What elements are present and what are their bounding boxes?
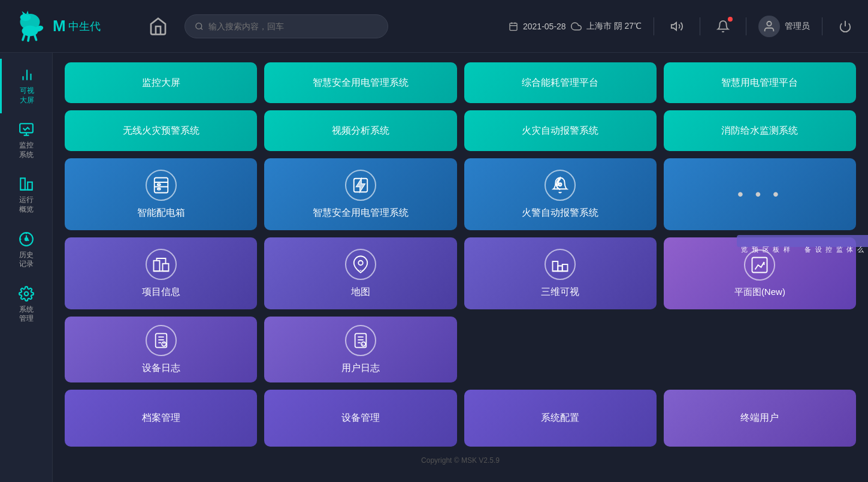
card-label: 三维可视 [541,286,579,299]
svg-rect-25 [28,182,32,190]
date-text: 2021-05-28 [523,22,566,31]
svg-point-37 [559,183,562,186]
footer: Copyright © MSK V2.5.9 [65,454,856,468]
card-label: 项目信息 [142,286,180,299]
card-device-log[interactable]: 设备日志 [65,317,257,382]
user-log-icon-circle [345,325,376,356]
svg-rect-34 [157,188,160,190]
card-fire-water[interactable]: 消防给水监测系统 [664,110,856,151]
card-energy-mgmt[interactable]: 综合能耗管理平台 [464,62,657,103]
card-archive-mgmt[interactable]: 档案管理 [65,390,257,447]
username: 管理员 [785,21,810,32]
card-label: 智慧用电管理平台 [721,77,798,89]
svg-rect-45 [553,261,558,271]
svg-rect-24 [20,179,25,191]
svg-line-10 [201,28,202,29]
date-weather: 2021-05-28 上海市 阴 27℃ [509,21,642,32]
sidebar-item-sysmanage[interactable]: 系统 管理 [0,278,53,332]
project-building-icon [152,255,170,273]
logo-dinosaur-icon [12,8,48,44]
monitor-icon [19,122,34,137]
sidebar-item-visual-screen[interactable]: 可视 大屏 [0,59,53,113]
volume-button[interactable] [666,16,688,37]
3d-visual-icon-circle [545,249,576,280]
svg-point-60 [361,342,365,346]
svg-line-61 [362,344,363,344]
card-wireless-fire[interactable]: 无线火灾预警系统 [65,110,257,151]
user-icon [763,20,776,33]
card-label: 智慧安全用电管理系统 [313,77,409,89]
card-fire-alarm-auto[interactable]: 火灾自动报警系统 [464,110,657,151]
sidebar-item-history[interactable]: 历史 记录 [0,223,53,278]
floor-plan-icon-circle [744,249,775,281]
logo-m: M [53,17,66,35]
cabinet-icon [152,176,170,194]
empty-card-2 [664,317,856,382]
search-bar[interactable] [185,14,388,38]
card-project-info[interactable]: 项目信息 [65,237,257,309]
project-info-icon-circle [146,249,177,280]
building-icon [19,176,34,192]
card-label: 设备日志 [142,362,180,375]
svg-marker-15 [672,22,676,30]
row-monitor-system: 智能配电箱 智慧安全用电管理系统 [65,158,856,230]
svg-point-28 [25,237,27,240]
card-fire-auto-alarm[interactable]: 火警自动报警系统 [464,158,657,230]
sidebar-label-visual: 可视 大屏 [20,86,34,105]
divider-3 [746,17,746,35]
svg-point-16 [767,21,771,25]
card-device-mgmt[interactable]: 设备管理 [264,390,456,447]
sidebar-item-monitor[interactable]: 监控 系统 [0,113,53,168]
card-label: 火警自动报警系统 [522,207,598,219]
svg-point-9 [196,23,202,29]
cloud-icon [571,21,582,32]
calendar-icon [509,22,518,31]
card-map[interactable]: 地图 [264,237,456,309]
content-area: 监控大屏 智慧安全用电管理系统 综合能耗管理平台 智慧用电管理平台 无线火灾预警… [53,53,868,482]
user-area[interactable]: 管理员 [758,16,810,37]
avatar [758,16,780,37]
sidebar-item-ops[interactable]: 运行 概览 [0,168,53,222]
card-smart-cabinet[interactable]: 智能配电箱 [65,158,257,230]
logo-area: M 中生代 [12,8,132,44]
svg-rect-39 [162,263,168,271]
search-icon [195,22,204,31]
card-user-log[interactable]: 用户日志 [264,317,456,382]
card-label: 消防给水监测系统 [721,125,798,137]
side-hint[interactable]: 么体监控设备样板区预览 [737,235,868,247]
card-smart-elec-platform[interactable]: 智慧用电管理平台 [664,62,856,103]
divider-2 [700,17,700,35]
notification-button[interactable] [712,16,734,37]
row-visible-screen: 监控大屏 智慧安全用电管理系统 综合能耗管理平台 智慧用电管理平台 [65,62,856,103]
row-teal-2: 无线火灾预警系统 视频分析系统 火灾自动报警系统 消防给水监测系统 [65,110,856,151]
svg-line-8 [35,34,37,40]
card-floor-plan[interactable]: 平面图(New) [664,237,856,309]
card-monitoring-screen[interactable]: 监控大屏 [65,62,257,103]
search-input[interactable] [208,22,378,31]
card-smart-elec-mgmt[interactable]: 智慧安全用电管理系统 [264,62,456,103]
device-log-icon [153,332,170,349]
svg-rect-38 [153,260,159,271]
svg-point-1 [20,14,31,21]
card-video-analysis[interactable]: 视频分析系统 [264,110,456,151]
card-label: 综合能耗管理平台 [522,77,598,89]
card-3d-visual[interactable]: 三维可视 [464,237,657,309]
safety-elec-icon-circle [345,170,376,201]
power-button[interactable] [834,16,856,37]
empty-card-1 [464,317,657,382]
row-history-log: 设备日志 用户日志 [65,317,856,382]
copyright-text: Copyright © MSK V2.5.9 [421,456,500,465]
power-icon [839,20,852,33]
svg-rect-30 [154,177,168,192]
home-button[interactable] [144,12,173,41]
card-terminal-user[interactable]: 终端用户 [664,390,856,447]
sidebar-label-sysmanage: 系统 管理 [19,305,34,324]
chart-up-icon [751,256,769,274]
card-more-dots[interactable]: • • • [664,158,856,230]
fire-bell-icon-circle [545,170,576,201]
card-sys-config[interactable]: 系统配置 [464,390,657,447]
history-icon [19,231,34,247]
card-smart-safety-elec[interactable]: 智慧安全用电管理系统 [264,158,456,230]
svg-line-6 [23,34,25,40]
svg-rect-11 [510,23,517,30]
